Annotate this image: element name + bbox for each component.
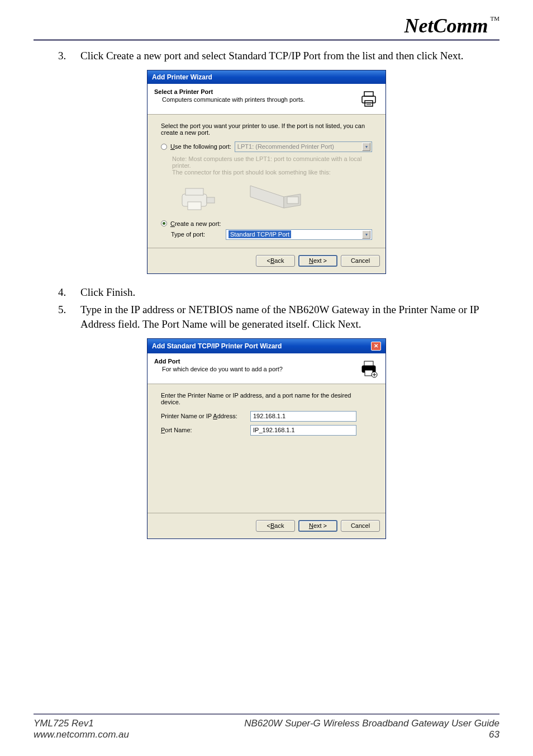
- next-button[interactable]: Next >: [298, 255, 337, 267]
- dialog2-title-bar[interactable]: Add Standard TCP/IP Printer Port Wizard …: [147, 339, 386, 353]
- printer-address-label: Printer Name or IP Address:: [161, 413, 245, 419]
- printer-network-icon: [359, 358, 379, 378]
- next-rest: ext >: [313, 257, 327, 264]
- dialog2-banner: Add Port For which device do you want to…: [147, 353, 386, 384]
- type-of-port-row: Type of port: Standard TCP/IP Port ▾: [171, 229, 372, 240]
- port-name-input[interactable]: IP_192.168.1.1: [250, 425, 356, 436]
- footer-left: YML725 Rev1 www.netcomm.com.au: [34, 718, 129, 740]
- lbl-rest: ddress:: [217, 413, 237, 419]
- label-u: U: [170, 143, 175, 150]
- note-block: Note: Most computers use the LPT1: port …: [172, 155, 372, 176]
- chevron-down-icon: ▾: [362, 143, 370, 151]
- port-name-value: IP_192.168.1.1: [253, 427, 295, 433]
- instruction-list-2: 4. Click Finish. 5. Type in the IP addre…: [58, 285, 499, 332]
- dialog1-banner-title: Select a Printer Port: [154, 88, 359, 95]
- step-number: 3.: [58, 49, 80, 63]
- next-rest2: ext >: [313, 522, 327, 529]
- svg-rect-8: [188, 202, 201, 210]
- type-of-port-label: Type of port:: [171, 231, 222, 238]
- dialog2-title: Add Standard TCP/IP Printer Port Wizard: [152, 342, 282, 350]
- port-name-row: Port Name: IP_192.168.1.1: [161, 425, 372, 436]
- add-tcpip-port-wizard-dialog: Add Standard TCP/IP Printer Port Wizard …: [147, 338, 386, 539]
- trademark: TM: [491, 15, 500, 22]
- printer-icon: [359, 88, 379, 108]
- radio-use-following[interactable]: [161, 144, 167, 150]
- step-4: 4. Click Finish.: [58, 285, 499, 300]
- next-button[interactable]: Next >: [298, 520, 337, 532]
- radio-use-following-label: Use the following port:: [170, 143, 231, 150]
- svg-rect-7: [207, 197, 215, 203]
- step-5: 5. Type in the IP address or NETBIOS nam…: [58, 303, 499, 331]
- cancel-button[interactable]: Cancel: [341, 255, 380, 267]
- dialog1-intro: Select the port you want your printer to…: [161, 122, 372, 136]
- next-u: N: [309, 257, 313, 264]
- port-name-label: Port Name:: [161, 427, 245, 433]
- step-text: Type in the IP address or NETBIOS name o…: [80, 303, 499, 331]
- dialog1-banner: Select a Printer Port Computers communic…: [147, 84, 386, 115]
- dialog1-body: Select the port you want your printer to…: [147, 115, 386, 248]
- page-footer: YML725 Rev1 www.netcomm.com.au NB620W Su…: [34, 714, 499, 740]
- note-line1: Note: Most computers use the LPT1: port …: [172, 155, 372, 169]
- cancel-text: Cancel: [351, 257, 370, 264]
- dialog2-buttons: < Back Next > Cancel: [147, 513, 386, 538]
- option-use-following-port[interactable]: Use the following port: LPT1: (Recommend…: [161, 141, 372, 152]
- cancel-text2: Cancel: [351, 522, 370, 529]
- dialog1-banner-sub: Computers communicate with printers thro…: [162, 96, 359, 103]
- lbl-pre: Printer Name or IP: [161, 413, 213, 419]
- radio-create-new-port[interactable]: [161, 220, 167, 226]
- footer-doc-title: NB620W Super-G Wireless Broadband Gatewa…: [244, 718, 499, 729]
- dialog1-banner-text: Select a Printer Port Computers communic…: [154, 88, 359, 103]
- step-3: 3. Click Create a new port and select St…: [58, 49, 499, 63]
- cancel-button[interactable]: Cancel: [341, 520, 380, 532]
- svg-rect-2: [365, 101, 373, 106]
- back-rest: ack: [274, 257, 284, 264]
- printer-address-row: Printer Name or IP Address: 192.168.1.1: [161, 411, 372, 422]
- following-port-value: LPT1: (Recommended Printer Port): [237, 143, 334, 150]
- back-button[interactable]: < Back: [256, 255, 295, 267]
- svg-rect-1: [364, 92, 373, 96]
- printer-address-input[interactable]: 192.168.1.1: [250, 411, 356, 422]
- label-rest: se the following port:: [175, 143, 231, 150]
- svg-rect-11: [364, 361, 373, 366]
- step-text: Click Finish.: [80, 285, 499, 300]
- back-rest2: ack: [274, 522, 284, 529]
- logo-text: NetComm: [404, 15, 488, 37]
- parallel-connector-icon: [245, 180, 306, 214]
- type-of-port-value: Standard TCP/IP Port: [229, 230, 291, 238]
- svg-rect-0: [362, 96, 375, 103]
- dialog1-buttons: < Back Next > Cancel: [147, 248, 386, 273]
- dialog2-body: Enter the Printer Name or IP address, an…: [147, 384, 386, 513]
- option-create-new-port[interactable]: Create a new port:: [161, 220, 372, 227]
- page: NetCommTM 3. Click Create a new port and…: [0, 0, 533, 756]
- step-number: 4.: [58, 285, 80, 300]
- radio-create-label: Create a new port:: [170, 220, 221, 227]
- label-u2: C: [170, 220, 175, 227]
- footer-rev: YML725 Rev1: [34, 718, 129, 729]
- dialog2-intro: Enter the Printer Name or IP address, an…: [161, 392, 372, 405]
- type-of-port-dropdown[interactable]: Standard TCP/IP Port ▾: [226, 229, 372, 240]
- label-rest2: reate a new port:: [175, 220, 221, 227]
- close-button[interactable]: ✕: [371, 342, 381, 351]
- back-button[interactable]: < Back: [256, 520, 295, 532]
- step-number: 5.: [58, 303, 80, 331]
- lbl-rest2: ort Name:: [165, 427, 192, 433]
- note-line2: The connector for this port should look …: [172, 169, 372, 176]
- page-header: NetCommTM: [34, 16, 499, 41]
- dialog1-title-bar[interactable]: Add Printer Wizard: [147, 70, 386, 84]
- next-u2: N: [309, 522, 313, 529]
- printer-address-value: 192.168.1.1: [253, 413, 285, 419]
- chevron-down-icon[interactable]: ▾: [362, 230, 370, 239]
- port-illustrations: [178, 180, 372, 214]
- following-port-dropdown: LPT1: (Recommended Printer Port) ▾: [235, 141, 372, 152]
- dialog1-title: Add Printer Wizard: [152, 73, 212, 81]
- netcomm-logo: NetCommTM: [404, 16, 500, 36]
- footer-page-number: 63: [244, 729, 499, 740]
- add-printer-wizard-dialog: Add Printer Wizard Select a Printer Port…: [147, 70, 386, 274]
- back-u2: B: [270, 522, 274, 529]
- svg-rect-9: [287, 197, 298, 204]
- dialog2-banner-text: Add Port For which device do you want to…: [154, 358, 359, 372]
- close-icon: ✕: [374, 343, 378, 349]
- footer-right: NB620W Super-G Wireless Broadband Gatewa…: [244, 718, 499, 740]
- dialog2-banner-title: Add Port: [154, 358, 359, 365]
- step-text: Click Create a new port and select Stand…: [80, 49, 499, 63]
